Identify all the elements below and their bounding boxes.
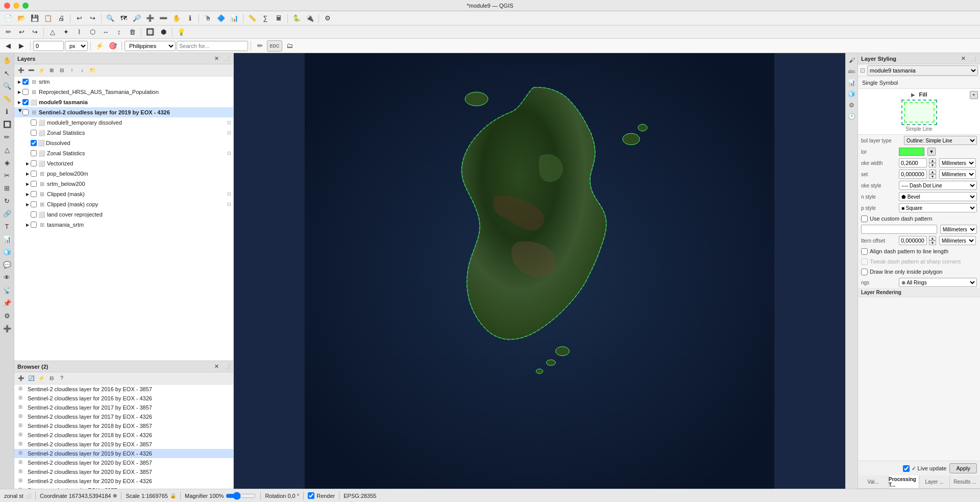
expand-icon[interactable]: ▶ <box>24 160 31 166</box>
browser-collapse-btn[interactable]: ⊟ <box>47 374 56 383</box>
list-item[interactable]: ⊞ Sentinel-2 cloudless layer for 2017 by… <box>14 403 233 412</box>
browser-help-btn[interactable]: ? <box>57 374 66 383</box>
search-input[interactable] <box>177 41 248 51</box>
offset-unit[interactable]: Millimeters <box>939 170 976 179</box>
browser-filter-btn[interactable]: ⚡ <box>37 374 46 383</box>
layer-checkbox[interactable] <box>31 119 37 126</box>
sidebar-snap[interactable]: 🔗 <box>1 207 13 220</box>
layer-checkbox[interactable] <box>31 191 37 197</box>
expand-icon[interactable]: ▶ <box>24 171 31 177</box>
layer-add-btn[interactable]: ➕ <box>16 66 26 75</box>
list-item[interactable]: ⊞ Sentinel-2 cloudless layer for 2020 by… <box>14 476 233 486</box>
layer-collapse-btn[interactable]: ⊟ <box>57 66 66 75</box>
list-item[interactable]: ⊞ Streets overlay layer by EOX - 3857 <box>14 486 233 489</box>
settings-btn[interactable]: ⚙ <box>322 13 334 24</box>
layer-up-btn[interactable]: ↑ <box>67 66 77 75</box>
list-item[interactable]: ⊞ Sentinel-2 cloudless layer for 2020 by… <box>14 458 233 467</box>
zoom-full-btn[interactable]: 🔍 <box>104 13 116 24</box>
color-picker-btn[interactable]: ▼ <box>927 148 936 156</box>
list-item[interactable]: ▶ ⊞ Clipped (mask) copy ⊡ <box>14 199 233 209</box>
topology-btn[interactable]: ⬢ <box>157 27 169 38</box>
identify-btn[interactable]: ℹ <box>184 13 196 24</box>
pattern-offset-unit[interactable]: Millimeters <box>939 236 976 245</box>
sidebar-zoom[interactable]: 🔍 <box>1 80 13 92</box>
stroke-width-spinner[interactable]: ▲ ▼ <box>929 158 936 168</box>
list-item[interactable]: ▶ ⊞ pop_below200m <box>14 169 233 179</box>
calc-btn[interactable]: 🖩 <box>273 13 285 24</box>
list-item[interactable]: ▶ ⊞ Sentinel-2 cloudless layer for 2019 … <box>14 107 233 117</box>
layer-checkbox[interactable] <box>31 181 37 187</box>
open-table-btn[interactable]: 📊 <box>228 13 240 24</box>
add-poly-btn[interactable]: ⬡ <box>86 27 99 38</box>
styling-history-icon[interactable]: 🕐 <box>847 111 857 122</box>
layer-checkbox[interactable] <box>31 201 37 207</box>
sidebar-preview[interactable]: 👁 <box>1 271 13 283</box>
list-item[interactable]: ▶ ⬜ Zonal Statistics ⊡ <box>14 148 233 158</box>
digitizing-mode-btn[interactable]: ✏ <box>254 40 266 52</box>
px-input[interactable]: 0 <box>33 41 64 51</box>
move-btn[interactable]: ↔ <box>100 27 112 38</box>
custom-dash-input[interactable] <box>861 225 937 234</box>
sidebar-digitize[interactable]: △ <box>1 144 13 156</box>
tab-layer[interactable]: Layer ... <box>919 475 950 488</box>
layer-remove-btn[interactable]: ➖ <box>27 66 36 75</box>
layer-checkbox[interactable] <box>31 130 37 136</box>
expand-icon[interactable]: ▶ <box>24 191 31 197</box>
cap-style-select[interactable]: ■ Square <box>899 203 977 212</box>
offset-spinner-up[interactable]: ▲ <box>929 170 936 174</box>
list-item[interactable]: ▶ ⬜ Dissolved <box>14 138 233 148</box>
layer-checkbox[interactable] <box>31 140 37 146</box>
layers-close-btn[interactable]: ✕ <box>212 55 220 63</box>
stroke-style-select[interactable]: ---- Dash Dot Line <box>899 181 977 190</box>
layers-float-btn[interactable]: ⬜ <box>222 55 230 63</box>
sidebar-processing[interactable]: ⚙ <box>1 309 13 322</box>
select-btn[interactable]: 🖱 <box>202 13 214 24</box>
edit-redo[interactable]: ↪ <box>29 27 41 38</box>
layer-checkbox[interactable] <box>31 211 37 218</box>
sidebar-diagram[interactable]: 📊 <box>1 233 13 245</box>
python-btn[interactable]: 🐍 <box>290 13 303 24</box>
layer-checkbox[interactable] <box>22 99 29 105</box>
styling-float-btn[interactable]: ⬜ <box>969 55 977 63</box>
layer-checkbox[interactable] <box>31 222 37 228</box>
layer-filter-btn[interactable]: ⚡ <box>37 66 46 75</box>
draw-inside-checkbox[interactable] <box>861 269 868 275</box>
sidebar-pointer[interactable]: ↖ <box>1 67 13 79</box>
stroke-width-unit[interactable]: Millimeters <box>939 158 976 168</box>
po-spinner-down[interactable]: ▼ <box>929 241 936 245</box>
layer-down-btn[interactable]: ↓ <box>78 66 87 75</box>
browser-add-btn[interactable]: ➕ <box>16 374 26 383</box>
minimize-button[interactable] <box>13 3 19 9</box>
list-item[interactable]: ▶ ⊞ Clipped (mask) ⊡ <box>14 189 233 199</box>
rotate-btn[interactable]: ↕ <box>113 27 125 38</box>
add-point-btn[interactable]: ✦ <box>60 27 72 38</box>
pattern-offset-spinner[interactable]: ▲ ▼ <box>929 236 936 245</box>
stats-btn[interactable]: ∑ <box>259 13 272 24</box>
layer-checkbox[interactable] <box>31 160 37 166</box>
list-item[interactable]: ⊞ Sentinel-2 cloudless layer for 2018 by… <box>14 431 233 440</box>
sidebar-edit[interactable]: ✏ <box>1 131 13 143</box>
slt-select[interactable]: Outline: Simple Line <box>904 136 977 145</box>
sidebar-label[interactable]: T <box>1 220 13 232</box>
layer-group-btn[interactable]: 📁 <box>88 66 97 75</box>
nav-fwd-btn[interactable]: ▶ <box>15 40 28 52</box>
layer-checkbox[interactable] <box>22 89 29 95</box>
styling-paintbrush-icon[interactable]: 🖌 <box>847 55 857 65</box>
offset-spinner[interactable]: ▲ ▼ <box>929 170 936 179</box>
sidebar-merge[interactable]: ⊞ <box>1 182 13 194</box>
pattern-offset-input[interactable]: 0,000000 <box>899 236 927 245</box>
custom-dash-checkbox[interactable] <box>861 216 868 222</box>
sidebar-map-tips[interactable]: 💬 <box>1 258 13 271</box>
live-update-toggle[interactable]: ✓ Live update <box>903 465 947 472</box>
layer-select-dropdown[interactable]: module9 tasmania <box>867 65 978 76</box>
spinner-down[interactable]: ▼ <box>929 163 936 168</box>
filter-btn[interactable]: ⚡ <box>93 40 106 52</box>
edit-pencil-btn[interactable]: ✏ <box>2 27 14 38</box>
styling-close-btn[interactable]: ✕ <box>959 55 967 63</box>
list-item[interactable]: ⊞ Sentinel-2 cloudless layer for 2016 by… <box>14 385 233 394</box>
styling-diagram-icon[interactable]: 📊 <box>847 78 857 88</box>
list-item[interactable]: ⊞ Sentinel-2 cloudless layer for 2016 by… <box>14 394 233 403</box>
list-item[interactable]: ⊞ Sentinel-2 cloudless layer for 2020 by… <box>14 467 233 476</box>
tweak-dash-checkbox[interactable] <box>861 258 868 265</box>
tab-val[interactable]: Val... <box>858 475 889 488</box>
